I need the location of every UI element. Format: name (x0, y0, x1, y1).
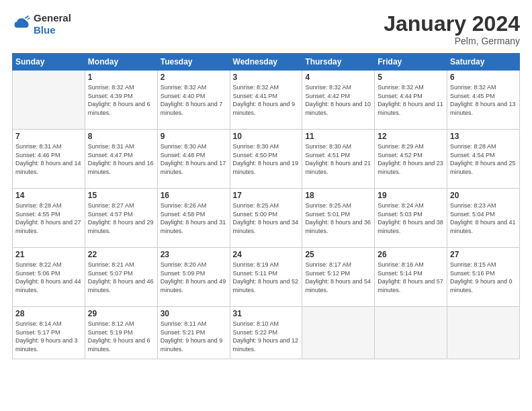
day-number: 21 (15, 250, 82, 259)
calendar-day-cell (13, 71, 85, 130)
day-number: 18 (305, 191, 371, 200)
calendar-day-cell: 16Sunrise: 8:26 AMSunset: 4:58 PMDayligh… (157, 189, 230, 248)
calendar-week-row: 1Sunrise: 8:32 AMSunset: 4:39 PMDaylight… (13, 71, 520, 130)
calendar-day-header: Sunday (13, 54, 85, 71)
calendar-day-cell: 8Sunrise: 8:31 AMSunset: 4:47 PMDaylight… (85, 130, 157, 189)
header: General Blue January 2024 Pelm, Germany (12, 12, 520, 46)
calendar-day-cell: 20Sunrise: 8:23 AMSunset: 5:04 PMDayligh… (447, 189, 520, 248)
day-number: 1 (88, 73, 154, 82)
day-info: Sunrise: 8:14 AMSunset: 5:17 PMDaylight:… (15, 320, 82, 353)
day-number: 26 (378, 250, 444, 259)
day-number: 3 (233, 73, 300, 82)
day-number: 12 (378, 132, 444, 141)
calendar-day-cell (375, 307, 447, 359)
day-info: Sunrise: 8:28 AMSunset: 4:54 PMDaylight:… (450, 142, 517, 176)
day-number: 16 (161, 191, 227, 200)
day-info: Sunrise: 8:15 AMSunset: 5:16 PMDaylight:… (450, 261, 517, 294)
calendar-day-cell: 15Sunrise: 8:27 AMSunset: 4:57 PMDayligh… (85, 189, 157, 248)
day-number: 25 (305, 250, 371, 259)
day-info: Sunrise: 8:12 AMSunset: 5:19 PMDaylight:… (88, 320, 154, 353)
calendar-day-cell: 3Sunrise: 8:32 AMSunset: 4:41 PMDaylight… (230, 71, 302, 130)
day-info: Sunrise: 8:32 AMSunset: 4:42 PMDaylight:… (305, 83, 371, 117)
day-number: 7 (15, 132, 82, 141)
day-number: 9 (161, 132, 227, 141)
logo-blue: Blue (34, 24, 56, 36)
day-info: Sunrise: 8:32 AMSunset: 4:39 PMDaylight:… (88, 83, 154, 117)
day-info: Sunrise: 8:27 AMSunset: 4:57 PMDaylight:… (88, 201, 154, 235)
calendar-day-cell: 6Sunrise: 8:32 AMSunset: 4:45 PMDaylight… (447, 71, 520, 130)
day-info: Sunrise: 8:30 AMSunset: 4:50 PMDaylight:… (233, 142, 300, 176)
calendar-day-header: Saturday (447, 54, 520, 71)
day-number: 14 (15, 191, 82, 200)
day-info: Sunrise: 8:29 AMSunset: 4:52 PMDaylight:… (378, 142, 444, 176)
day-number: 10 (233, 132, 300, 141)
day-number: 31 (233, 309, 300, 318)
title-area: January 2024 Pelm, Germany (384, 12, 520, 46)
calendar-day-cell: 28Sunrise: 8:14 AMSunset: 5:17 PMDayligh… (13, 307, 85, 359)
calendar-header-row: SundayMondayTuesdayWednesdayThursdayFrid… (13, 54, 520, 71)
calendar-day-cell: 2Sunrise: 8:32 AMSunset: 4:40 PMDaylight… (157, 71, 230, 130)
day-number: 23 (161, 250, 227, 259)
calendar-day-cell: 5Sunrise: 8:32 AMSunset: 4:44 PMDaylight… (375, 71, 447, 130)
day-number: 20 (450, 191, 517, 200)
day-info: Sunrise: 8:31 AMSunset: 4:47 PMDaylight:… (88, 142, 154, 176)
day-number: 24 (233, 250, 300, 259)
day-info: Sunrise: 8:32 AMSunset: 4:45 PMDaylight:… (450, 83, 517, 117)
day-number: 17 (233, 191, 300, 200)
logo-general: General (34, 12, 71, 24)
day-number: 28 (15, 309, 82, 318)
calendar-day-header: Tuesday (157, 54, 230, 71)
day-number: 8 (88, 132, 154, 141)
month-title: January 2024 (384, 12, 520, 36)
calendar-day-cell: 30Sunrise: 8:11 AMSunset: 5:21 PMDayligh… (157, 307, 230, 359)
day-number: 2 (161, 73, 227, 82)
calendar-week-row: 21Sunrise: 8:22 AMSunset: 5:06 PMDayligh… (13, 248, 520, 307)
day-info: Sunrise: 8:22 AMSunset: 5:06 PMDaylight:… (15, 261, 82, 294)
day-number: 11 (305, 132, 371, 141)
calendar-day-header: Wednesday (230, 54, 302, 71)
day-info: Sunrise: 8:10 AMSunset: 5:22 PMDaylight:… (233, 320, 300, 353)
calendar-day-cell: 11Sunrise: 8:30 AMSunset: 4:51 PMDayligh… (302, 130, 375, 189)
calendar-day-cell: 21Sunrise: 8:22 AMSunset: 5:06 PMDayligh… (13, 248, 85, 307)
calendar-day-cell: 27Sunrise: 8:15 AMSunset: 5:16 PMDayligh… (447, 248, 520, 307)
day-info: Sunrise: 8:24 AMSunset: 5:03 PMDaylight:… (378, 201, 444, 235)
calendar-day-cell: 25Sunrise: 8:17 AMSunset: 5:12 PMDayligh… (302, 248, 375, 307)
day-info: Sunrise: 8:21 AMSunset: 5:07 PMDaylight:… (88, 261, 154, 294)
logo-text: General Blue (34, 12, 71, 36)
calendar-day-header: Monday (85, 54, 157, 71)
day-info: Sunrise: 8:32 AMSunset: 4:41 PMDaylight:… (233, 83, 300, 117)
calendar-day-cell: 7Sunrise: 8:31 AMSunset: 4:46 PMDaylight… (13, 130, 85, 189)
day-info: Sunrise: 8:17 AMSunset: 5:12 PMDaylight:… (305, 261, 371, 294)
calendar-week-row: 28Sunrise: 8:14 AMSunset: 5:17 PMDayligh… (13, 307, 520, 359)
calendar-day-cell: 12Sunrise: 8:29 AMSunset: 4:52 PMDayligh… (375, 130, 447, 189)
calendar-day-cell: 17Sunrise: 8:25 AMSunset: 5:00 PMDayligh… (230, 189, 302, 248)
calendar-day-header: Thursday (302, 54, 375, 71)
day-info: Sunrise: 8:32 AMSunset: 4:44 PMDaylight:… (378, 83, 444, 117)
day-number: 5 (378, 73, 444, 82)
location: Pelm, Germany (384, 36, 520, 46)
day-info: Sunrise: 8:11 AMSunset: 5:21 PMDaylight:… (161, 320, 227, 353)
calendar-day-cell: 19Sunrise: 8:24 AMSunset: 5:03 PMDayligh… (375, 189, 447, 248)
calendar-day-cell (447, 307, 520, 359)
logo: General Blue (12, 12, 71, 36)
calendar-day-cell (302, 307, 375, 359)
calendar-day-cell: 29Sunrise: 8:12 AMSunset: 5:19 PMDayligh… (85, 307, 157, 359)
day-info: Sunrise: 8:19 AMSunset: 5:11 PMDaylight:… (233, 261, 300, 294)
day-number: 6 (450, 73, 517, 82)
day-info: Sunrise: 8:28 AMSunset: 4:55 PMDaylight:… (15, 201, 82, 235)
day-number: 4 (305, 73, 371, 82)
day-number: 29 (88, 309, 154, 318)
day-number: 27 (450, 250, 517, 259)
calendar-day-cell: 10Sunrise: 8:30 AMSunset: 4:50 PMDayligh… (230, 130, 302, 189)
day-info: Sunrise: 8:32 AMSunset: 4:40 PMDaylight:… (161, 83, 227, 117)
day-info: Sunrise: 8:25 AMSunset: 5:01 PMDaylight:… (305, 201, 371, 235)
calendar-day-cell: 22Sunrise: 8:21 AMSunset: 5:07 PMDayligh… (85, 248, 157, 307)
day-number: 22 (88, 250, 154, 259)
day-info: Sunrise: 8:25 AMSunset: 5:00 PMDaylight:… (233, 201, 300, 235)
day-info: Sunrise: 8:31 AMSunset: 4:46 PMDaylight:… (15, 142, 82, 176)
calendar-day-cell: 23Sunrise: 8:20 AMSunset: 5:09 PMDayligh… (157, 248, 230, 307)
calendar-table: SundayMondayTuesdayWednesdayThursdayFrid… (12, 53, 520, 359)
calendar-day-cell: 1Sunrise: 8:32 AMSunset: 4:39 PMDaylight… (85, 71, 157, 130)
day-info: Sunrise: 8:16 AMSunset: 5:14 PMDaylight:… (378, 261, 444, 294)
calendar-day-cell: 24Sunrise: 8:19 AMSunset: 5:11 PMDayligh… (230, 248, 302, 307)
